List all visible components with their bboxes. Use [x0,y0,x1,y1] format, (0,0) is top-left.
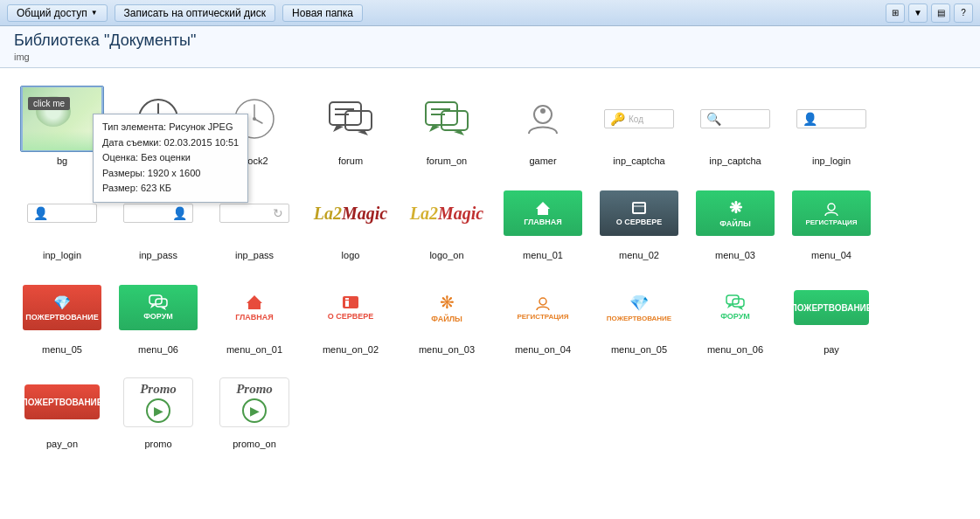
file-tooltip: Тип элемента: Рисунок JPEG Дата съемки: … [93,114,248,203]
file-item-menu-on-05[interactable]: 💎 ПОЖЕРТВОВАНИЕ menu_on_05 [591,267,687,362]
file-item-menu-on-01[interactable]: ГЛАВНАЯ menu_on_01 [206,267,302,362]
access-button[interactable]: Общий доступ ▼ [7,4,108,22]
svg-point-25 [828,204,835,211]
content-area: click me Тип элемента: Рисунок JPEG Дата… [0,68,980,519]
svg-rect-12 [345,111,372,130]
menu-02-thumbnail: О СЕРВЕРЕ [597,180,681,246]
logo-on-label: logo_on [429,250,463,260]
file-item-inp-login[interactable]: 👤 inp_login [783,79,879,173]
logo-thumbnail: La2Magic [309,180,393,246]
svg-rect-31 [343,296,358,308]
access-label: Общий доступ [17,7,87,19]
file-item-menu-on-06[interactable]: ФОРУМ menu_on_06 [687,267,783,362]
forum-on-icon [424,100,469,137]
svg-rect-23 [633,203,645,213]
inp-captcha-label: inp_captcha [613,156,664,166]
file-item-menu-04[interactable]: РЕГИСТРАЦИЯ menu_04 [783,173,879,267]
file-grid: click me Тип элемента: Рисунок JPEG Дата… [14,79,966,456]
view-icon-btn[interactable]: ⊞ [886,3,905,23]
menu-on-01-label: menu_on_01 [226,344,282,355]
svg-point-34 [539,298,546,305]
menu-on-03-thumbnail: ❋ ФАЙЛЫ [405,274,489,341]
new-folder-button[interactable]: Новая папка [282,4,363,22]
menu-on-03-label: menu_on_03 [419,344,475,355]
file-item-menu-05[interactable]: 💎 ПОЖЕРТВОВАНИЕ menu_05 [14,267,110,362]
library-title: Библиотека "Документы" [14,31,966,50]
file-item-menu-on-04[interactable]: РЕГИСТРАЦИЯ menu_on_04 [495,267,591,362]
file-item-forum-on[interactable]: forum_on [399,79,495,173]
file-item-menu-on-02[interactable]: О СЕРВЕРЕ menu_on_02 [302,267,399,362]
toolbar: Общий доступ ▼ Записать на оптический ди… [0,0,980,26]
svg-rect-32 [345,301,349,307]
promo-label: promo [144,439,171,449]
pay-thumbnail: ПОЖЕРТВОВАНИЕ [789,274,873,341]
file-item-menu-06[interactable]: ФОРУМ menu_06 [110,267,206,362]
file-item-promo[interactable]: Promo ▶ promo [110,362,206,456]
menu-01-label: menu_01 [523,250,563,260]
file-item-menu-02[interactable]: О СЕРВЕРЕ menu_02 [591,173,687,267]
bg-image [21,86,103,152]
bg-label: bg [57,156,67,166]
menu-04-thumbnail: РЕГИСТРАЦИЯ [789,180,873,246]
gamer-icon [524,102,562,135]
menu-on-05-label: menu_on_05 [611,344,667,355]
forum-label: forum [338,156,363,166]
menu-06-thumbnail: ФОРУМ [116,274,200,341]
promo-thumbnail: Promo ▶ [116,369,200,435]
access-arrow-icon: ▼ [91,9,98,17]
file-item-inp-captcha2[interactable]: 🔍 inp_captcha [687,79,783,173]
menu-02-label: menu_02 [619,250,659,260]
svg-marker-22 [536,202,550,215]
file-item-logo-on[interactable]: La2Magic logo_on [399,173,495,267]
logo-label: logo [342,250,360,260]
pay-label: pay [824,344,839,355]
inp-pass2-label: inp_pass [235,250,274,260]
gamer-label: gamer [529,156,556,166]
forum-thumbnail [309,86,393,152]
file-item-promo-on[interactable]: Promo ▶ promo_on [206,362,302,456]
file-item-menu-01[interactable]: ГЛАВНАЯ menu_01 [495,173,591,267]
menu-on-02-label: menu_on_02 [323,344,379,355]
promo-on-thumbnail: Promo ▶ [212,369,296,435]
file-item-gamer[interactable]: gamer [495,79,591,173]
menu-04-label: menu_04 [811,250,851,260]
inp-login-label: inp_login [812,156,851,166]
menu-06-label: menu_06 [138,344,178,355]
new-folder-label: Новая папка [292,7,353,19]
file-item-forum[interactable]: forum [302,79,399,173]
file-item-bg[interactable]: click me Тип элемента: Рисунок JPEG Дата… [14,79,110,173]
forum-on-label: forum_on [427,156,467,166]
toolbar-icons: ⊞ ▼ ▤ ? [886,3,973,23]
svg-line-7 [254,119,262,123]
logo-on-thumbnail: La2Magic [405,180,489,246]
inp-captcha-thumbnail: 🔑 Код [597,86,681,152]
forum-icon [328,100,373,137]
view-arrow-btn[interactable]: ▼ [908,3,928,23]
pane-icon-btn[interactable]: ▤ [931,3,950,23]
inp-captcha2-thumbnail: 🔍 [693,86,777,152]
menu-03-label: menu_03 [715,250,755,260]
svg-rect-33 [345,298,349,300]
gamer-thumbnail [501,86,585,152]
menu-on-02-thumbnail: О СЕРВЕРЕ [309,274,393,341]
address-bar: Библиотека "Документы" img Упорядочить: … [0,26,980,68]
help-icon-btn[interactable]: ? [954,3,973,23]
menu-on-04-label: menu_on_04 [515,344,571,355]
menu-on-05-thumbnail: 💎 ПОЖЕРТВОВАНИЕ [597,274,681,341]
click-me-badge: click me [28,97,70,110]
bg-thumbnail: click me [20,86,104,152]
svg-marker-11 [333,125,344,132]
menu-05-label: menu_05 [42,344,82,355]
file-item-pay[interactable]: ПОЖЕРТВОВАНИЕ pay [783,267,879,362]
file-item-pay-on[interactable]: ПОЖЕРТВОВАНИЕ pay_on [14,362,110,456]
inp-captcha2-label: inp_captcha [709,156,761,166]
file-item-inp-captcha[interactable]: 🔑 Код inp_captcha [591,79,687,173]
file-item-menu-03[interactable]: ❋ ФАЙЛЫ menu_03 [687,173,783,267]
burn-button[interactable]: Записать на оптический диск [115,4,276,22]
file-item-menu-on-03[interactable]: ❋ ФАЙЛЫ menu_on_03 [399,267,495,362]
pay-on-button: ПОЖЕРТВОВАНИЕ [24,384,100,419]
menu-on-06-label: menu_on_06 [707,344,763,355]
file-item-logo[interactable]: La2Magic logo [302,173,399,267]
menu-on-06-thumbnail: ФОРУМ [693,274,777,341]
pay-button: ПОЖЕРТВОВАНИЕ [794,290,869,325]
